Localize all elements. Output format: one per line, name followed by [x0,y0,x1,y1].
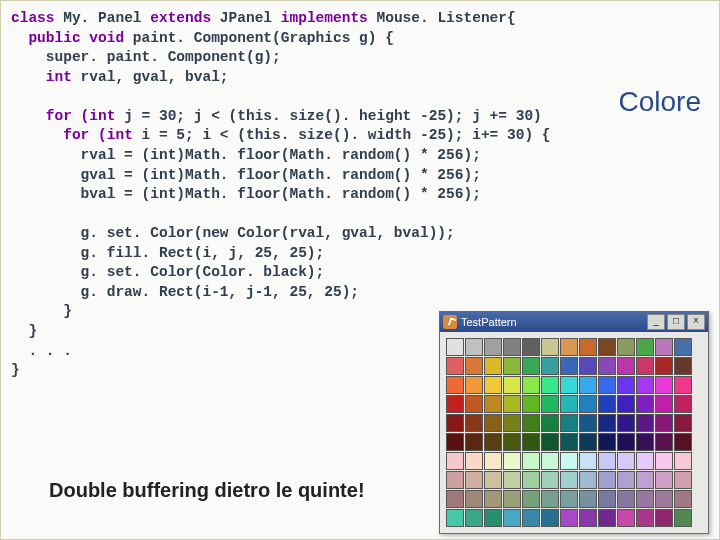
color-swatch [446,509,464,527]
color-swatch [636,395,654,413]
titlebar[interactable]: TestPattern _ □ × [440,312,708,332]
color-swatch [541,414,559,432]
t: . . . [11,343,72,359]
color-swatch [579,452,597,470]
color-swatch [579,395,597,413]
color-swatch [674,376,692,394]
t: i = 5; i < (this. size(). width -25); i+… [133,127,551,143]
color-swatch [465,452,483,470]
color-swatch [484,376,502,394]
color-swatch [579,357,597,375]
kw: implements [281,10,368,26]
color-swatch [503,490,521,508]
color-swatch [655,357,673,375]
color-grid [440,332,708,533]
t: gval = (int)Math. floor(Math. random() *… [11,167,481,183]
t: bval = (int)Math. floor(Math. random() *… [11,186,481,202]
color-swatch [598,433,616,451]
kw: void [81,30,125,46]
t: JPanel [211,10,281,26]
color-swatch [522,433,540,451]
color-swatch [541,376,559,394]
color-swatch [503,414,521,432]
color-swatch [579,338,597,356]
color-swatch [541,433,559,451]
color-swatch [598,338,616,356]
app-window: TestPattern _ □ × [439,311,709,534]
color-swatch [484,509,502,527]
color-swatch [522,414,540,432]
color-swatch [484,357,502,375]
color-swatch [522,357,540,375]
color-swatch [503,471,521,489]
color-swatch [465,509,483,527]
color-swatch [484,433,502,451]
color-swatch [541,338,559,356]
t: j = 30; j < (this. size(). height -25); … [115,108,541,124]
color-swatch [541,471,559,489]
color-swatch [541,357,559,375]
color-swatch [579,490,597,508]
color-swatch [617,357,635,375]
color-swatch [484,338,502,356]
color-swatch [541,490,559,508]
color-swatch [598,509,616,527]
color-swatch [674,357,692,375]
t: rval = (int)Math. floor(Math. random() *… [11,147,481,163]
color-swatch [465,338,483,356]
color-swatch [484,490,502,508]
color-swatch [503,376,521,394]
color-swatch [522,471,540,489]
kw: int [11,69,72,85]
color-swatch [541,509,559,527]
maximize-button[interactable]: □ [667,314,685,330]
color-swatch [598,376,616,394]
color-swatch [617,509,635,527]
color-swatch [636,414,654,432]
color-swatch [598,414,616,432]
color-swatch [503,338,521,356]
minimize-button[interactable]: _ [647,314,665,330]
color-swatch [655,509,673,527]
color-swatch [465,414,483,432]
color-swatch [522,395,540,413]
color-swatch [579,509,597,527]
t: rval, gval, bval; [72,69,229,85]
color-swatch [598,357,616,375]
color-swatch [446,357,464,375]
color-swatch [503,395,521,413]
color-swatch [484,471,502,489]
color-swatch [674,509,692,527]
color-swatch [617,452,635,470]
color-swatch [560,509,578,527]
color-swatch [560,471,578,489]
color-swatch [503,433,521,451]
color-swatch [446,433,464,451]
t: super. paint. Component(g); [11,49,281,65]
color-swatch [617,376,635,394]
color-swatch [522,452,540,470]
color-swatch [617,338,635,356]
color-swatch [617,414,635,432]
t: Mouse. Listener{ [368,10,516,26]
color-swatch [598,490,616,508]
kw: for [11,127,89,143]
color-swatch [636,357,654,375]
color-swatch [655,376,673,394]
color-swatch [465,471,483,489]
color-swatch [484,395,502,413]
color-swatch [636,433,654,451]
close-button[interactable]: × [687,314,705,330]
color-swatch [446,452,464,470]
color-swatch [446,395,464,413]
kw: extends [150,10,211,26]
color-swatch [674,338,692,356]
color-swatch [655,414,673,432]
color-swatch [541,452,559,470]
color-swatch [560,452,578,470]
kw: for [11,108,72,124]
window-buttons: _ □ × [647,314,705,330]
color-swatch [484,414,502,432]
color-swatch [674,490,692,508]
color-swatch [503,357,521,375]
